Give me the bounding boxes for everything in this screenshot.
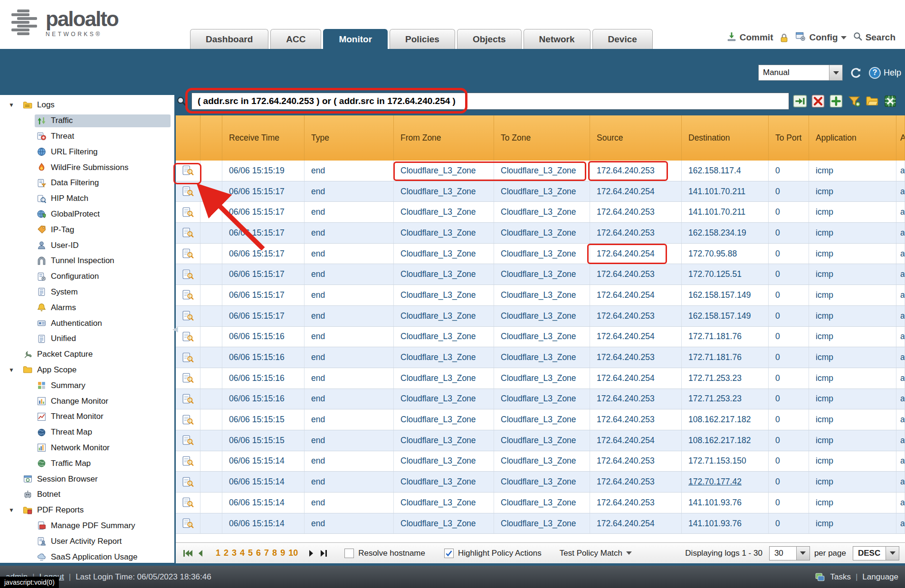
sidebar-item-manage-pdf-summary[interactable]: Manage PDF Summary [0,518,174,534]
log-detail-icon[interactable] [176,223,200,243]
cell-receive-time[interactable]: 06/06 15:15:19 [222,161,305,181]
cell-action[interactable]: al [896,202,905,222]
sidebar-item-url-filtering[interactable]: URL Filtering [0,144,174,160]
cell-application[interactable]: icmp [809,409,896,430]
sidebar-item-alarms[interactable]: Alarms [0,300,174,315]
page-number-5[interactable]: 5 [248,548,253,558]
refresh-mode-dropdown-button[interactable] [829,65,842,80]
table-row[interactable]: 06/06 15:15:14endCloudflare_L3_ZoneCloud… [176,472,905,493]
expander-icon[interactable]: ▼ [9,507,21,513]
cell-receive-time[interactable]: 06/06 15:15:15 [222,430,305,451]
cell-receive-time[interactable]: 06/06 15:15:17 [222,181,305,202]
cell-application[interactable]: icmp [809,285,896,305]
cell-destination[interactable]: 172.70.95.88 [682,244,769,264]
cell-application[interactable]: icmp [809,493,896,513]
cell-type[interactable]: end [305,306,394,326]
log-detail-icon[interactable] [176,202,200,222]
sort-order-select[interactable]: DESC [853,546,899,560]
cell-from-zone[interactable]: Cloudflare_L3_Zone [394,161,494,181]
cell-action[interactable]: al [896,451,905,472]
cell-destination[interactable]: 141.101.70.211 [682,181,769,202]
cell-application[interactable]: icmp [809,306,896,326]
clear-filter-button[interactable] [810,94,825,108]
cell-source[interactable]: 172.64.240.253 [590,493,682,513]
table-row[interactable]: 06/06 15:15:14endCloudflare_L3_ZoneCloud… [176,513,905,534]
first-page-button[interactable] [181,547,194,560]
cell-application[interactable]: icmp [809,368,896,389]
cell-type[interactable]: end [305,368,394,389]
sidebar-item-app-scope[interactable]: ▼App Scope [0,362,174,378]
tasks-link[interactable]: Tasks [830,572,850,582]
table-row[interactable]: 06/06 15:15:17endCloudflare_L3_ZoneCloud… [176,181,905,202]
cell-action[interactable]: al [896,409,905,430]
page-number-8[interactable]: 8 [272,548,277,558]
cell-action[interactable]: al [896,285,905,305]
cell-action[interactable]: al [896,264,905,285]
log-detail-icon[interactable] [176,513,200,534]
log-detail-icon[interactable] [176,244,200,264]
log-detail-icon[interactable] [176,285,200,305]
cell-destination[interactable]: 172.70.177.42 [682,472,769,492]
table-row[interactable]: 06/06 15:15:14endCloudflare_L3_ZoneCloud… [176,493,905,513]
sidebar-item-summary[interactable]: Summary [0,378,174,393]
sidebar-item-data-filtering[interactable]: Data Filtering [0,175,174,191]
cell-destination[interactable]: 172.71.181.76 [682,347,769,368]
cell-to-port[interactable]: 0 [769,327,809,347]
cell-to-port[interactable]: 0 [769,306,809,326]
cell-from-zone[interactable]: Cloudflare_L3_Zone [394,368,494,389]
cell-application[interactable]: icmp [809,327,896,347]
log-detail-icon[interactable] [176,161,200,181]
cell-to-zone[interactable]: Cloudflare_L3_Zone [494,244,590,264]
last-page-button[interactable] [318,547,330,560]
tab-acc[interactable]: ACC [270,29,321,49]
cell-receive-time[interactable]: 06/06 15:15:14 [222,493,305,513]
cell-to-port[interactable]: 0 [769,513,809,534]
cell-to-zone[interactable]: Cloudflare_L3_Zone [494,389,590,409]
save-filter-button[interactable] [847,94,861,108]
cell-receive-time[interactable]: 06/06 15:15:16 [222,368,305,389]
cell-type[interactable]: end [305,493,394,513]
cell-application[interactable]: icmp [809,181,896,202]
cell-source[interactable]: 172.64.240.253 [590,264,682,285]
cell-type[interactable]: end [305,161,394,181]
cell-from-zone[interactable]: Cloudflare_L3_Zone [394,244,494,264]
cell-action[interactable]: al [896,513,905,534]
table-row[interactable]: 06/06 15:15:16endCloudflare_L3_ZoneCloud… [176,368,905,389]
cell-source[interactable]: 172.64.240.253 [590,451,682,472]
cell-application[interactable]: icmp [809,389,896,409]
resolve-hostname-checkbox[interactable] [344,549,354,558]
cell-to-zone[interactable]: Cloudflare_L3_Zone [494,513,590,534]
expander-icon[interactable]: ▼ [9,102,21,108]
cell-to-zone[interactable]: Cloudflare_L3_Zone [494,430,590,451]
cell-source[interactable]: 172.64.240.254 [590,181,682,202]
table-row[interactable]: 06/06 15:15:17endCloudflare_L3_ZoneCloud… [176,264,905,285]
cell-receive-time[interactable]: 06/06 15:15:17 [222,264,305,285]
sidebar-item-globalprotect[interactable]: GlobalProtect [0,207,174,222]
cell-to-port[interactable]: 0 [769,409,809,430]
cell-to-zone[interactable]: Cloudflare_L3_Zone [494,264,590,285]
commit-button[interactable]: Commit [726,31,773,44]
table-row[interactable]: 06/06 15:15:14endCloudflare_L3_ZoneCloud… [176,451,905,472]
cell-destination[interactable]: 172.71.253.23 [682,389,769,409]
cell-receive-time[interactable]: 06/06 15:15:17 [222,306,305,326]
sidebar-item-ip-tag[interactable]: IP-Tag [0,222,174,237]
cell-source[interactable]: 172.64.240.253 [590,389,682,409]
add-filter-button[interactable] [829,94,843,108]
cell-destination[interactable]: 141.101.93.76 [682,493,769,513]
cell-application[interactable]: icmp [809,430,896,451]
table-row[interactable]: 06/06 15:15:16endCloudflare_L3_ZoneCloud… [176,347,905,368]
cell-action[interactable]: al [896,244,905,264]
cell-type[interactable]: end [305,430,394,451]
tab-dashboard[interactable]: Dashboard [190,29,268,49]
cell-application[interactable]: icmp [809,264,896,285]
refresh-mode-select[interactable]: Manual [758,65,843,81]
cell-receive-time[interactable]: 06/06 15:15:16 [222,347,305,368]
log-detail-icon[interactable] [176,264,200,285]
config-button[interactable]: Config [795,31,846,44]
cell-action[interactable]: al [896,472,905,492]
cell-destination[interactable]: 108.162.217.182 [682,409,769,430]
column-header-source[interactable]: Source [590,115,682,161]
log-detail-icon[interactable] [176,327,200,347]
cell-to-port[interactable]: 0 [769,347,809,368]
cell-to-port[interactable]: 0 [769,451,809,472]
